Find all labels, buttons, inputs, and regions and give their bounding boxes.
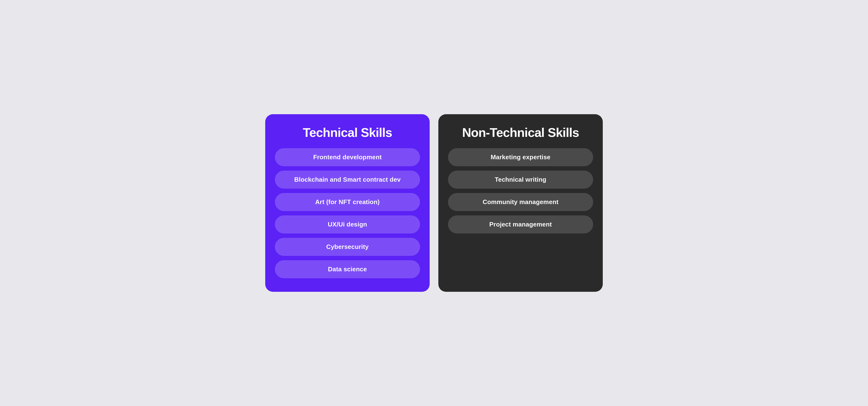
nontechnical-skill-item: Community management — [448, 193, 593, 211]
technical-skills-card: Technical Skills Frontend developmentBlo… — [265, 114, 430, 292]
nontechnical-skills-title: Non-Technical Skills — [448, 126, 593, 139]
technical-skill-item: Art (for NFT creation) — [275, 193, 420, 211]
nontechnical-skills-card: Non-Technical Skills Marketing expertise… — [438, 114, 603, 292]
technical-skills-title: Technical Skills — [275, 126, 420, 139]
technical-skill-item: Blockchain and Smart contract dev — [275, 171, 420, 189]
technical-skill-item: Frontend development — [275, 148, 420, 166]
technical-skill-label: Art (for NFT creation) — [315, 198, 379, 206]
nontechnical-skill-item: Project management — [448, 215, 593, 234]
nontechnical-skills-list: Marketing expertiseTechnical writingComm… — [448, 148, 593, 234]
technical-skill-label: Cybersecurity — [326, 243, 369, 250]
technical-skill-label: Data science — [328, 266, 367, 273]
nontechnical-skill-label: Marketing expertise — [491, 154, 551, 161]
cards-container: Technical Skills Frontend developmentBlo… — [265, 114, 603, 292]
technical-skill-label: UX/Ui design — [328, 221, 367, 228]
nontechnical-skill-label: Project management — [489, 221, 552, 228]
nontechnical-skill-item: Technical writing — [448, 171, 593, 189]
nontechnical-skill-label: Community management — [483, 198, 559, 206]
technical-skill-label: Frontend development — [313, 154, 382, 161]
nontechnical-skill-item: Marketing expertise — [448, 148, 593, 166]
technical-skill-item: Cybersecurity — [275, 238, 420, 256]
technical-skill-item: UX/Ui design — [275, 215, 420, 234]
technical-skills-list: Frontend developmentBlockchain and Smart… — [275, 148, 420, 278]
nontechnical-skill-label: Technical writing — [495, 176, 546, 183]
technical-skill-item: Data science — [275, 260, 420, 278]
technical-skill-label: Blockchain and Smart contract dev — [294, 176, 401, 183]
